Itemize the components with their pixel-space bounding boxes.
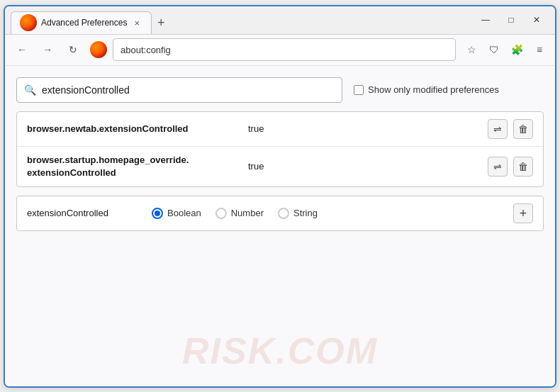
maximize-button[interactable]: □ — [498, 6, 524, 34]
extension-icon[interactable]: 🧩 — [507, 40, 527, 60]
active-tab[interactable]: Advanced Preferences × — [11, 11, 152, 34]
menu-icon[interactable]: ≡ — [530, 40, 549, 60]
add-preference-button[interactable]: + — [513, 203, 533, 223]
address-text: about:config — [121, 45, 448, 55]
tab-title: Advanced Preferences — [41, 18, 127, 28]
radio-string[interactable]: String — [278, 208, 318, 219]
show-modified-text: Show only modified preferences — [368, 84, 499, 95]
pref-actions-1: ⇌ 🗑 — [488, 119, 533, 139]
radio-boolean-circle[interactable] — [152, 208, 163, 219]
table-row: browser.startup.homepage_override. exten… — [17, 147, 543, 186]
bookmark-icon[interactable]: ☆ — [461, 40, 481, 60]
window-controls: — □ ✕ — [467, 6, 555, 34]
close-button[interactable]: ✕ — [524, 6, 549, 34]
show-modified-label[interactable]: Show only modified preferences — [354, 84, 499, 95]
tab-strip: Advanced Preferences × + — [5, 6, 467, 34]
address-bar[interactable]: about:config — [113, 38, 456, 61]
title-bar: Advanced Preferences × + — □ ✕ — [5, 6, 555, 35]
firefox-logo-icon — [90, 41, 107, 58]
minimize-button[interactable]: — — [473, 6, 498, 34]
nav-icons: ☆ 🛡 🧩 ≡ — [461, 40, 549, 60]
radio-number-circle[interactable] — [215, 208, 227, 219]
radio-boolean[interactable]: Boolean — [152, 208, 201, 219]
table-row: browser.newtab.extensionControlled true … — [17, 112, 543, 147]
tab-favicon — [20, 14, 37, 31]
radio-boolean-label: Boolean — [167, 208, 201, 218]
reset-button-1[interactable]: ⇌ — [488, 119, 508, 139]
content-area: RISK.COM 🔍 Show only modified preference… — [5, 66, 555, 386]
new-pref-name: extensionControlled — [27, 208, 140, 218]
pref-name-2: browser.startup.homepage_override. exten… — [27, 154, 240, 179]
pref-value-2: true — [248, 161, 479, 172]
navigation-bar: ← → ↻ about:config ☆ 🛡 🧩 ≡ — [5, 35, 555, 66]
radio-boolean-dot — [155, 211, 160, 216]
shield-icon[interactable]: 🛡 — [484, 40, 504, 60]
search-input[interactable] — [42, 84, 335, 96]
reset-button-2[interactable]: ⇌ — [488, 157, 508, 177]
radio-string-label: String — [293, 208, 318, 218]
radio-number[interactable]: Number — [215, 208, 264, 219]
add-preference-row: extensionControlled Boolean Number Strin… — [16, 196, 544, 231]
type-radio-group: Boolean Number String — [152, 208, 502, 219]
firefox-logo — [90, 41, 107, 58]
tab-close-button[interactable]: × — [131, 16, 142, 30]
pref-value-1: true — [248, 123, 479, 134]
search-row: 🔍 Show only modified preferences — [16, 77, 544, 103]
radio-number-label: Number — [231, 208, 264, 218]
delete-button-1[interactable]: 🗑 — [513, 119, 533, 139]
forward-button[interactable]: → — [36, 38, 59, 61]
watermark: RISK.COM — [182, 330, 378, 372]
new-tab-button[interactable]: + — [152, 11, 171, 34]
radio-string-circle[interactable] — [278, 208, 289, 219]
show-modified-checkbox[interactable] — [354, 85, 364, 95]
preference-search-box[interactable]: 🔍 — [16, 77, 342, 103]
search-icon: 🔍 — [24, 84, 36, 96]
back-button[interactable]: ← — [11, 38, 33, 61]
refresh-button[interactable]: ↻ — [62, 38, 84, 61]
preferences-table: browser.newtab.extensionControlled true … — [16, 111, 544, 187]
pref-name-1: browser.newtab.extensionControlled — [27, 123, 240, 134]
pref-actions-2: ⇌ 🗑 — [488, 157, 533, 177]
delete-button-2[interactable]: 🗑 — [513, 157, 533, 177]
browser-window: Advanced Preferences × + — □ ✕ ← → ↻ abo… — [4, 5, 556, 388]
